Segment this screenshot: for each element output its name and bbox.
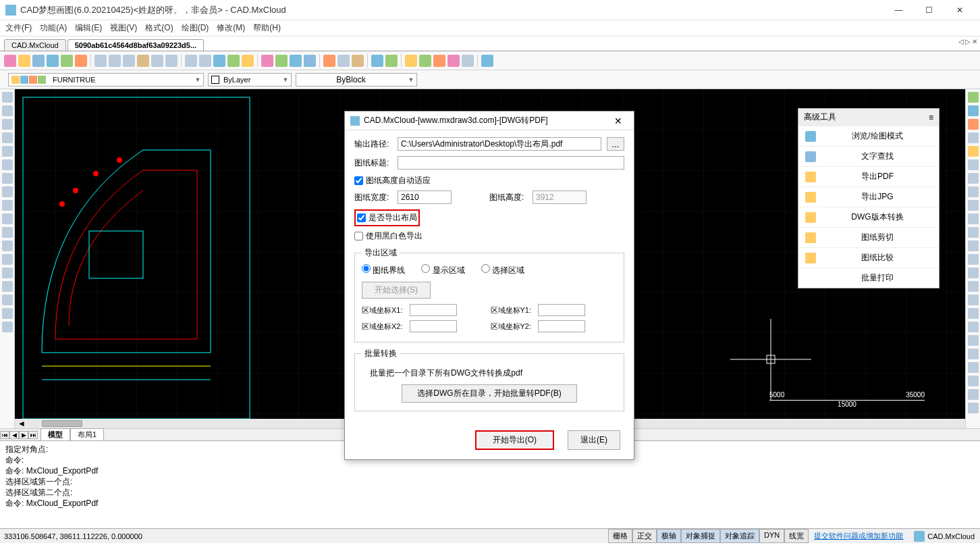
toggle-grid[interactable]: 栅格 (608, 529, 632, 543)
radio-display[interactable]: 显示区域 (421, 264, 464, 276)
menu-modify[interactable]: 修改(M) (217, 22, 245, 34)
browse-button[interactable]: ... (607, 137, 624, 151)
sheet-next-icon[interactable]: ▶ (19, 431, 28, 439)
zoom-out-icon[interactable] (123, 55, 135, 67)
doc-tab-1[interactable]: 5090ab61c4564d8baf63a09223d5... (67, 39, 204, 51)
color-dropdown[interactable]: ByLayer ▼ (208, 73, 292, 86)
open-icon[interactable] (18, 55, 30, 67)
extend-icon[interactable] (968, 227, 979, 238)
spline-icon[interactable] (2, 186, 13, 197)
x2-input[interactable] (410, 320, 457, 332)
new-icon[interactable] (4, 55, 16, 67)
x1-input[interactable] (410, 304, 457, 316)
minimize-button[interactable]: — (883, 0, 914, 20)
panel-item-browse[interactable]: 浏览/绘图模式 (798, 126, 939, 146)
zoom-prev-icon[interactable] (165, 55, 178, 67)
ellipse-arc-icon[interactable] (2, 213, 13, 224)
menu-func[interactable]: 功能(A) (40, 22, 67, 34)
reload-icon[interactable] (419, 55, 431, 67)
menu-draw[interactable]: 绘图(D) (182, 22, 209, 34)
exit-button[interactable]: 退出(E) (568, 430, 620, 450)
mtext-icon[interactable] (2, 295, 13, 305)
text-a-icon[interactable] (2, 281, 13, 292)
array-icon[interactable] (968, 146, 979, 157)
edit-icon[interactable] (242, 55, 254, 67)
width-input[interactable] (398, 190, 452, 204)
print-icon[interactable] (61, 55, 73, 67)
hatch2-icon[interactable] (2, 268, 13, 278)
panel-menu-icon[interactable]: ≡ (929, 113, 933, 122)
point-icon[interactable] (2, 227, 13, 238)
mirror-icon[interactable] (968, 119, 979, 130)
dim-diameter-icon[interactable] (968, 362, 979, 373)
menu-view[interactable]: 视图(V) (110, 22, 137, 34)
sheet-layout1[interactable]: 布局1 (70, 428, 104, 441)
dim-ord-icon[interactable] (968, 403, 979, 413)
tab-prev-icon[interactable]: ◁ (958, 38, 964, 45)
close-button[interactable]: ✕ (944, 0, 975, 20)
trim-icon[interactable] (968, 213, 979, 224)
tab-close-icon[interactable]: ✕ (972, 38, 977, 45)
zoom-in-icon[interactable] (109, 55, 121, 67)
menu-help[interactable]: 帮助(H) (253, 22, 281, 34)
insert-icon[interactable] (337, 55, 350, 67)
chamfer-icon[interactable] (968, 268, 979, 278)
layer-dropdown[interactable]: FURNITRUE ▼ (8, 73, 204, 86)
dim-aligned-icon[interactable] (968, 322, 979, 332)
panel-item-clip[interactable]: 图纸剪切 (798, 227, 939, 247)
polygon-icon[interactable] (2, 119, 13, 130)
rectangle-icon[interactable] (2, 132, 13, 143)
menu-edit[interactable]: 编辑(E) (75, 22, 102, 34)
menu-file[interactable]: 文件(F) (5, 22, 32, 34)
autoheight-checkbox[interactable] (354, 176, 363, 185)
doc-tab-0[interactable]: CAD.MxCloud (4, 39, 66, 51)
cloud-icon[interactable] (462, 55, 474, 67)
dim-angular-icon[interactable] (968, 335, 979, 346)
radio-extents[interactable]: 图纸界线 (362, 264, 405, 276)
panel-item-batchprint[interactable]: 批量打印 (798, 268, 939, 288)
panel-item-dwgver[interactable]: DWG版本转换 (798, 207, 939, 227)
box-icon[interactable] (2, 146, 13, 157)
batch-select-button[interactable]: 选择DWG所在目录，开始批量转PDF(B) (402, 384, 577, 403)
table-icon[interactable] (352, 55, 364, 67)
web-icon[interactable] (405, 55, 417, 67)
layers-icon[interactable] (261, 55, 273, 67)
fillet-icon[interactable] (968, 281, 979, 292)
hatch-icon[interactable] (275, 55, 288, 67)
dialog-close-icon[interactable]: ✕ (608, 116, 628, 126)
ellipse-icon[interactable] (2, 200, 13, 211)
circle-icon[interactable] (2, 173, 13, 184)
copy-icon[interactable] (968, 105, 979, 116)
y2-input[interactable] (538, 320, 585, 332)
block-icon[interactable] (323, 55, 335, 67)
offset-icon[interactable] (968, 132, 979, 143)
menu-format[interactable]: 格式(O) (145, 22, 173, 34)
zoom-extents-icon[interactable] (151, 55, 163, 67)
save-icon[interactable] (32, 55, 45, 67)
polyline-icon[interactable] (2, 105, 13, 116)
sheet-last-icon[interactable]: ⏭ (28, 431, 38, 439)
panel-item-jpg[interactable]: 导出JPG (798, 186, 939, 207)
toggle-ortho[interactable]: 正交 (632, 529, 657, 543)
title-input[interactable] (398, 156, 624, 170)
start-export-button[interactable]: 开始导出(O) (475, 430, 554, 450)
text-icon[interactable] (290, 55, 302, 67)
move-icon[interactable] (968, 159, 979, 170)
dim-linear-icon[interactable] (968, 308, 979, 319)
dim-icon[interactable] (304, 55, 316, 67)
toggle-dyn[interactable]: DYN (759, 529, 784, 543)
radio-select[interactable]: 选择区域 (481, 264, 524, 276)
crosshair-icon[interactable] (213, 55, 225, 67)
join-icon[interactable] (968, 254, 979, 265)
arc-tool-icon[interactable] (371, 55, 383, 67)
dim-cont-icon[interactable] (968, 376, 979, 386)
redo-icon[interactable] (385, 55, 398, 67)
sheet-prev-icon[interactable]: ◀ (9, 431, 19, 439)
y1-input[interactable] (538, 304, 585, 316)
vtext-icon[interactable] (2, 308, 13, 319)
toggle-lweight[interactable]: 线宽 (784, 529, 809, 543)
dim-radius-icon[interactable] (968, 349, 979, 359)
toggle-otrack[interactable]: 对象追踪 (720, 529, 759, 543)
bw-checkbox[interactable] (354, 232, 363, 240)
leader-icon[interactable] (2, 322, 13, 332)
